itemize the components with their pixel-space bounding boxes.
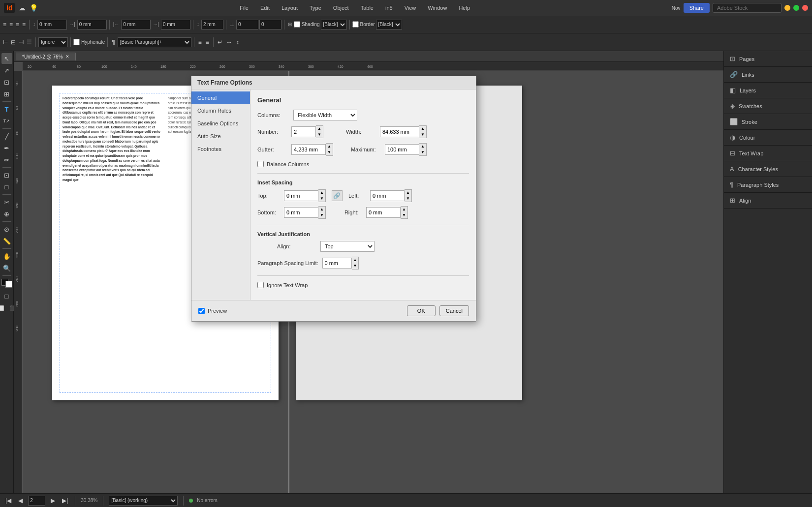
align-center-button[interactable]: ≡ [8, 20, 14, 29]
align-right-button[interactable]: ≡ [15, 20, 20, 29]
bottom-up[interactable]: ▲ [318, 207, 325, 212]
panel-item-pages[interactable]: ⊡ Pages [724, 51, 812, 67]
nav-footnotes[interactable]: Footnotes [191, 143, 250, 155]
para-align-center[interactable]: ⊟ [10, 38, 17, 47]
top-up[interactable]: ▲ [318, 190, 325, 196]
rect-tool[interactable]: □ [1, 181, 12, 192]
left-input[interactable] [370, 190, 405, 201]
left-indent-input[interactable] [121, 20, 151, 30]
cloud-icon[interactable]: ☁ [19, 4, 26, 12]
rect-frame-tool[interactable]: ⊡ [1, 170, 12, 180]
background-color[interactable] [5, 281, 12, 288]
bottom-input[interactable] [284, 207, 318, 218]
baseline-input[interactable] [236, 20, 258, 30]
space-after-input[interactable] [77, 20, 107, 30]
panel-item-layers[interactable]: ◧ Layers [724, 83, 812, 98]
maximize-button[interactable] [793, 5, 799, 11]
char-direction-icon[interactable]: ↔ [225, 38, 234, 46]
maximum-input[interactable] [385, 144, 419, 155]
type-on-path-tool[interactable]: T↗ [1, 116, 12, 126]
panel-item-stroke[interactable]: ⬜ Stroke [724, 114, 812, 130]
gutter-input[interactable] [291, 144, 326, 155]
menu-file[interactable]: File [237, 3, 251, 13]
leading-input[interactable] [201, 20, 223, 30]
panel-item-swatches[interactable]: ◈ Swatches [724, 98, 812, 114]
selection-tool[interactable]: ↖ [1, 53, 12, 64]
ignore-select[interactable]: Ignore [38, 37, 68, 47]
search-input[interactable] [713, 3, 781, 13]
right-indent-input[interactable] [161, 20, 190, 30]
apply-color-button[interactable]: □ [1, 291, 12, 301]
gutter-up[interactable]: ▲ [326, 144, 333, 149]
menu-view[interactable]: View [402, 3, 419, 13]
right-up[interactable]: ▲ [401, 207, 407, 212]
share-button[interactable]: Share [684, 3, 710, 13]
pencil-tool[interactable]: ✏ [1, 154, 12, 165]
type-tool[interactable]: T [1, 104, 12, 115]
width-up-arrow[interactable]: ▲ [419, 126, 426, 132]
paragraph-icon[interactable]: ¶ [110, 38, 116, 46]
zoom-tool[interactable]: 🔍 [1, 263, 12, 273]
para-align-justify[interactable]: ☰ [26, 38, 33, 47]
left-down[interactable]: ▼ [405, 196, 411, 202]
bottom-down[interactable]: ▼ [318, 212, 325, 218]
page-tool[interactable]: ⊡ [1, 77, 12, 88]
para-align-right[interactable]: ⊣ [18, 38, 25, 47]
top-input[interactable] [284, 190, 318, 201]
panel-item-text-wrap[interactable]: ⊟ Text Wrap [724, 146, 812, 161]
hyphenate-checkbox[interactable] [73, 39, 80, 45]
close-button[interactable] [802, 5, 808, 11]
panel-item-colour[interactable]: ◑ Colour [724, 130, 812, 146]
space-before-input[interactable] [37, 20, 67, 30]
normal-view[interactable]: ⬜ [0, 302, 6, 313]
close-tab-icon[interactable]: ✕ [65, 54, 69, 59]
gutter-down[interactable]: ▼ [326, 149, 333, 155]
number-input[interactable] [291, 126, 316, 137]
preview-checkbox[interactable] [198, 308, 205, 314]
width-input[interactable] [380, 126, 419, 137]
menu-type[interactable]: Type [307, 3, 324, 13]
next-page-button[interactable]: ▶ [49, 497, 57, 505]
align-select[interactable]: Top Center Bottom Justify [320, 241, 375, 252]
panel-item-paragraph-styles[interactable]: ¶ Paragraph Styles [724, 177, 812, 193]
pen-tool[interactable]: ✒ [1, 143, 12, 153]
right-input[interactable] [366, 207, 401, 218]
document-tab[interactable]: *Untitled-2 @ 76% ✕ [16, 53, 76, 60]
top-down[interactable]: ▼ [318, 196, 325, 202]
ignore-text-wrap-checkbox[interactable] [257, 282, 264, 288]
line-tool[interactable]: ╱ [1, 131, 12, 142]
menu-help[interactable]: Help [456, 3, 473, 13]
menu-table[interactable]: Table [358, 3, 376, 13]
align-left-button[interactable]: ≡ [2, 20, 7, 29]
paragraph-style-select[interactable]: [Basic Paragraph]+ [118, 37, 191, 47]
paragraph-rules-button[interactable]: ≡ [204, 38, 211, 46]
panel-item-links[interactable]: 🔗 Links [724, 67, 812, 83]
gap-tool[interactable]: ⊞ [1, 89, 12, 99]
para-spacing-input[interactable] [322, 258, 352, 268]
right-down[interactable]: ▼ [401, 212, 407, 218]
para-spacing-up[interactable]: ▲ [352, 257, 359, 263]
measure-tool[interactable]: 📏 [1, 236, 12, 246]
lightbulb-icon[interactable]: 💡 [30, 4, 38, 12]
maximum-up[interactable]: ▲ [419, 144, 426, 149]
menu-in5[interactable]: in5 [382, 3, 396, 13]
last-page-button[interactable]: ▶| [61, 497, 69, 505]
baseline-input-2[interactable] [259, 20, 281, 30]
cancel-button[interactable]: Cancel [439, 305, 469, 316]
direct-selection-tool[interactable]: ↗ [1, 65, 12, 76]
menu-layout[interactable]: Layout [279, 3, 301, 13]
menu-edit[interactable]: Edit [257, 3, 273, 13]
first-page-button[interactable]: |◀ [4, 497, 13, 505]
panel-item-align[interactable]: ⊞ Align [724, 193, 812, 209]
columns-select[interactable]: Flexible Width Fixed Number Custom [293, 110, 357, 120]
paragraph-options-button[interactable]: ≡ [197, 38, 203, 46]
free-transform-tool[interactable]: ⊕ [1, 209, 12, 219]
scissors-tool[interactable]: ✂ [1, 197, 12, 208]
nav-baseline-options[interactable]: Baseline Options [191, 117, 250, 130]
nav-auto-size[interactable]: Auto-Size [191, 130, 250, 143]
nav-column-rules[interactable]: Column Rules [191, 104, 250, 117]
panel-item-character-styles[interactable]: A Character Styles [724, 161, 812, 177]
menu-object[interactable]: Object [330, 3, 352, 13]
border-checkbox[interactable] [352, 21, 359, 28]
link-chain-icon[interactable]: 🔗 [332, 190, 343, 201]
